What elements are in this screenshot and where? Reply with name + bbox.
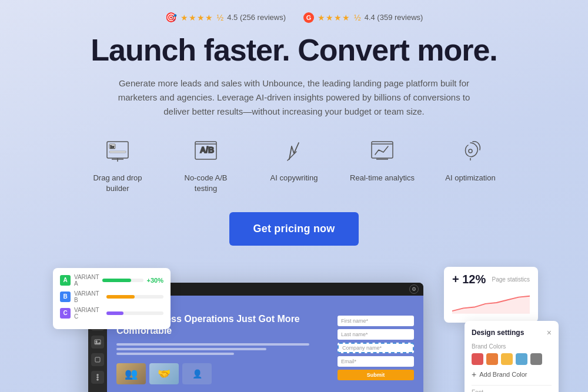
design-settings-close[interactable]: ×	[547, 328, 552, 337]
variant-b-bar-wrap	[106, 295, 163, 299]
variant-a-value: +30%	[147, 277, 163, 284]
ab-testing-label: No-code A/B testing	[173, 173, 238, 194]
variant-c-badge: C	[60, 308, 71, 319]
ai-opt-label: AI optimization	[445, 173, 495, 183]
variant-b-bar	[106, 295, 135, 299]
swatch-orange[interactable]	[486, 353, 498, 365]
svg-rect-2	[109, 151, 126, 153]
form-company: Company name*	[338, 343, 414, 353]
variant-a-bar-wrap	[102, 279, 143, 282]
lp-line-2	[116, 348, 266, 350]
settings-divider	[472, 385, 552, 386]
ai-copy-label: AI copywriting	[270, 173, 318, 183]
get-pricing-button[interactable]: Get pricing now	[229, 212, 358, 246]
svg-point-21	[97, 379, 98, 380]
g2-score: 4.4 (359 reviews)	[365, 13, 423, 22]
variant-a-badge: A	[60, 275, 71, 286]
design-settings-card: Design settings × Brand Colors + Add Bra…	[465, 321, 559, 392]
variant-b-label: VARIANT B	[74, 290, 103, 303]
color-swatches	[472, 353, 552, 365]
svg-point-13	[469, 149, 472, 153]
variant-c-bar-wrap	[106, 311, 163, 315]
variant-c-label: VARIANT C	[74, 307, 103, 320]
swatch-gray[interactable]	[530, 353, 542, 365]
stats-header: + 12% Page statistics	[452, 273, 530, 286]
analytics-label: Real-time analytics	[350, 173, 415, 183]
form-firstname: First name*	[338, 316, 414, 326]
font-section: Font Museo Medium ▾	[472, 389, 552, 392]
g2-stars: ★★★★	[318, 13, 350, 22]
capterra-icon: 🎯	[165, 12, 177, 23]
capterra-rating: 🎯 ★★★★½ 4.5 (256 reviews)	[165, 12, 286, 23]
swatch-red[interactable]	[472, 353, 483, 365]
capterra-score: 4.5 (256 reviews)	[227, 13, 286, 22]
g2-rating: G ★★★★½ 4.4 (359 reviews)	[303, 12, 423, 23]
add-brand-color-button[interactable]: + Add Brand Color	[472, 370, 552, 379]
capterra-half-star: ½	[217, 13, 224, 22]
tool-shape-icon[interactable]	[91, 353, 104, 366]
ab-row-c: C VARIANT C	[60, 307, 163, 320]
svg-marker-22	[452, 296, 530, 313]
stats-card: + 12% Page statistics	[444, 267, 538, 323]
capterra-stars: ★★★★	[181, 13, 213, 22]
feature-analytics: Real-time analytics	[350, 135, 415, 183]
svg-text:A/B: A/B	[200, 145, 214, 155]
svg-text:1x: 1x	[110, 145, 115, 149]
lp-image-2: 🤝	[149, 363, 179, 384]
variant-a-bar	[102, 279, 131, 282]
add-color-label: Add Brand Color	[479, 371, 527, 378]
drag-drop-label: Drag and drop builder	[85, 173, 150, 194]
ai-copy-icon	[278, 135, 310, 167]
mini-chart	[452, 291, 530, 314]
plus-icon: +	[472, 370, 476, 379]
lp-line-3	[116, 353, 234, 355]
feature-ai-copy: AI copywriting	[262, 135, 326, 183]
form-email: Email*	[338, 356, 414, 367]
lp-image-3: 👤	[182, 363, 212, 384]
variant-b-badge: B	[60, 292, 71, 302]
design-settings-header: Design settings ×	[472, 328, 552, 337]
variant-c-bar	[106, 311, 123, 315]
font-label: Font	[472, 389, 552, 392]
ab-testing-icon: A/B	[190, 135, 222, 167]
tool-image-icon[interactable]	[91, 336, 104, 349]
form-lastname: Last name*	[338, 329, 414, 340]
svg-point-17	[96, 341, 97, 342]
features-row: 1x Drag and drop builder A/B No-code A/B…	[85, 135, 503, 194]
design-settings-title: Design settings	[472, 329, 524, 337]
svg-line-9	[288, 152, 296, 160]
swatch-blue[interactable]	[516, 353, 527, 365]
stats-label: Page statistics	[492, 276, 530, 283]
ab-row-a: A VARIANT A +30%	[60, 274, 163, 287]
g2-icon: G	[303, 12, 314, 23]
feature-ai-opt: AI optimization	[438, 135, 503, 183]
drag-drop-icon: 1x	[102, 135, 133, 167]
main-headline: Launch faster. Convert more.	[91, 33, 497, 67]
stats-percent: + 12%	[452, 273, 486, 286]
ai-opt-icon	[455, 135, 486, 167]
ratings-bar: 🎯 ★★★★½ 4.5 (256 reviews) G ★★★★½ 4.4 (3…	[165, 12, 423, 23]
sub-headline: Generate more leads and sales with Unbou…	[112, 76, 476, 119]
feature-ab-testing: A/B No-code A/B testing	[173, 135, 238, 194]
ab-variants-panel: A VARIANT A +30% B VARIANT B C VARIANT C	[53, 268, 171, 329]
lp-images: 👥 🤝 👤	[116, 363, 330, 384]
browser-settings-icon: ⚙	[409, 284, 419, 294]
lp-form: First name* Last name* Company name* Ema…	[338, 313, 414, 385]
brand-colors-label: Brand Colors	[472, 343, 552, 350]
analytics-icon	[366, 135, 398, 167]
svg-rect-18	[95, 357, 100, 362]
svg-point-20	[97, 377, 98, 378]
form-submit-button: Submit	[338, 370, 414, 380]
tool-more-icon[interactable]	[91, 371, 104, 384]
variant-a-label: VARIANT A	[74, 274, 99, 287]
g2-half-star: ½	[354, 13, 361, 22]
ab-row-b: B VARIANT B	[60, 290, 163, 303]
feature-drag-drop: 1x Drag and drop builder	[85, 135, 150, 194]
lp-line-1	[116, 343, 309, 346]
lp-decorative-lines	[116, 343, 330, 355]
lp-image-1: 👥	[116, 363, 146, 384]
svg-point-19	[97, 374, 98, 376]
preview-area: A VARIANT A +30% B VARIANT B C VARIANT C	[0, 262, 588, 392]
swatch-yellow[interactable]	[501, 353, 513, 365]
